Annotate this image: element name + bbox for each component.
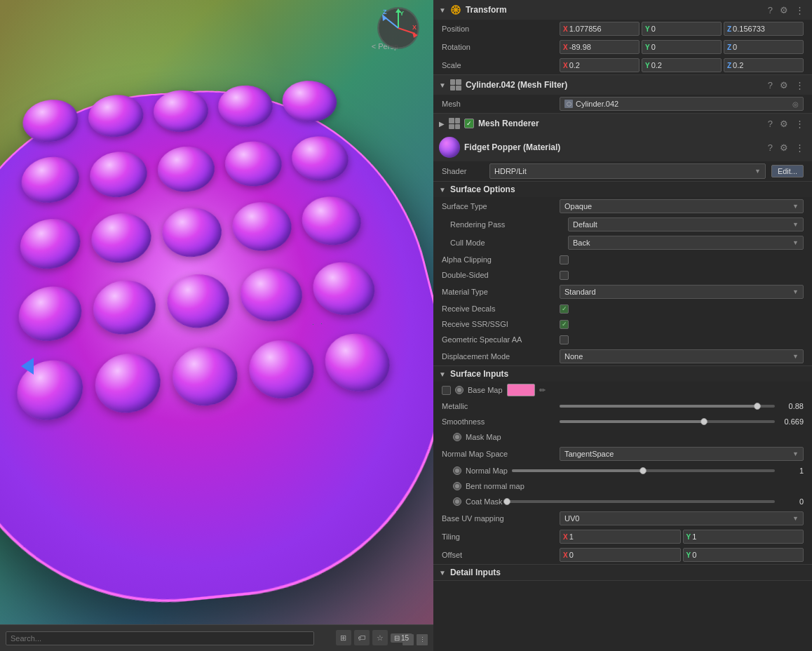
- double-sided-checkbox[interactable]: [560, 271, 569, 280]
- star-icon[interactable]: ☆: [372, 630, 388, 645]
- coat-mask-slider-value: 0: [779, 497, 804, 506]
- normal-map-slider-track[interactable]: [512, 469, 775, 472]
- tiling-x-label: X: [563, 533, 568, 541]
- layers-badge[interactable]: ⊟ 15: [391, 633, 412, 643]
- transform-expand-arrow[interactable]: ▼: [439, 6, 446, 14]
- viewport[interactable]: < Persp Y X Z: [0, 0, 433, 651]
- mesh-filter-expand-arrow[interactable]: ▼: [439, 81, 446, 89]
- smoothness-value: 0.669: [560, 417, 804, 426]
- metallic-slider-thumb[interactable]: [754, 403, 761, 410]
- search-input[interactable]: [6, 631, 314, 645]
- coat-mask-slider-track[interactable]: [507, 500, 775, 503]
- receive-decals-checkbox[interactable]: [560, 304, 569, 314]
- surface-options-divider[interactable]: ▼ Surface Options: [433, 181, 812, 197]
- detail-inputs-arrow: ▼: [439, 569, 446, 577]
- displacement-mode-dropdown[interactable]: None ▼: [560, 349, 804, 363]
- shader-edit-button[interactable]: Edit...: [771, 165, 804, 177]
- material-settings-icon[interactable]: ⚙: [778, 142, 790, 154]
- surface-inputs-divider[interactable]: ▼ Surface Inputs: [433, 365, 812, 382]
- normal-map-space-selected: TangentSpace: [564, 450, 614, 458]
- receive-decals-row: Receive Decals: [433, 301, 812, 316]
- offset-y-field[interactable]: Y 0: [683, 548, 804, 562]
- svg-text:Y: Y: [400, 10, 404, 17]
- offset-value: X 0 Y 0: [560, 548, 804, 562]
- mesh-filter-title: Cylinder.042 (Mesh Filter): [466, 80, 762, 90]
- metallic-slider-fill: [560, 405, 757, 408]
- rotation-z-field[interactable]: Z 0: [724, 40, 804, 54]
- svg-text:X: X: [412, 24, 417, 31]
- base-map-color-swatch[interactable]: [507, 384, 535, 396]
- metallic-label: Metallic: [442, 402, 554, 410]
- mesh-filter-help-icon[interactable]: ?: [766, 79, 775, 91]
- position-x-label: X: [563, 25, 568, 33]
- alpha-clipping-checkbox[interactable]: [560, 255, 569, 264]
- scale-y-field[interactable]: Y 0.2: [642, 58, 722, 72]
- geometric-specular-row: Geometric Specular AA: [433, 332, 812, 347]
- rendering-pass-selected: Default: [573, 220, 597, 229]
- normal-map-slider-thumb[interactable]: [640, 467, 647, 474]
- mesh-renderer-settings-icon[interactable]: ⚙: [778, 118, 790, 130]
- base-uv-dropdown[interactable]: UV0 ▼: [560, 511, 804, 525]
- metallic-slider-track[interactable]: [560, 405, 775, 408]
- more-btn[interactable]: ⋮: [417, 634, 428, 645]
- base-map-checkbox[interactable]: [442, 386, 451, 395]
- material-type-arrow: ▼: [792, 288, 799, 295]
- normal-map-row: Normal Map 1: [433, 463, 812, 478]
- viewport-toolbar: ⊡ ⋮ ⊞ 🏷 ☆ ⊟ 15: [0, 624, 433, 651]
- mesh-select-button[interactable]: ◎: [792, 100, 799, 108]
- mesh-filter-header-icons: ? ⚙ ⋮: [766, 79, 806, 91]
- mesh-renderer-menu-icon[interactable]: ⋮: [793, 118, 806, 130]
- material-menu-icon[interactable]: ⋮: [793, 142, 806, 154]
- normal-map-space-dropdown[interactable]: TangentSpace ▼: [560, 447, 804, 461]
- mask-map-row: Mask Map: [433, 429, 812, 445]
- mesh-label: Mesh: [442, 100, 554, 108]
- scale-x-field[interactable]: X 0.2: [560, 58, 640, 72]
- tiling-y-field[interactable]: Y 1: [683, 530, 804, 544]
- rendering-pass-arrow: ▼: [792, 221, 799, 228]
- smoothness-slider-thumb[interactable]: [701, 418, 708, 425]
- cull-mode-dropdown[interactable]: Back ▼: [568, 236, 804, 250]
- transform-menu-icon[interactable]: ⋮: [793, 4, 806, 16]
- rotation-z-value: 0: [733, 43, 737, 51]
- layers-icon[interactable]: ⊞: [336, 630, 351, 645]
- mesh-value-field[interactable]: ⬡ Cylinder.042 ◎: [560, 97, 804, 111]
- metallic-row: Metallic 0.88: [433, 398, 812, 414]
- tag-icon[interactable]: 🏷: [354, 630, 370, 645]
- receive-ssr-checkbox[interactable]: [560, 320, 569, 329]
- mesh-filter-menu-icon[interactable]: ⋮: [793, 79, 806, 91]
- mesh-renderer-help-icon[interactable]: ?: [766, 118, 775, 130]
- transform-settings-icon[interactable]: ⚙: [778, 4, 790, 16]
- rendering-pass-dropdown[interactable]: Default ▼: [568, 217, 804, 231]
- material-help-icon[interactable]: ?: [766, 142, 775, 154]
- material-header: Fidget Popper (Material) ? ⚙ ⋮: [433, 133, 812, 161]
- mesh-renderer-enabled-checkbox[interactable]: ✓: [464, 119, 474, 128]
- mesh-filter-settings-icon[interactable]: ⚙: [778, 79, 790, 91]
- scene-arrow: [21, 358, 34, 375]
- material-type-dropdown[interactable]: Standard ▼: [560, 285, 804, 299]
- coat-mask-slider-thumb[interactable]: [503, 498, 510, 505]
- material-preview-ball[interactable]: [439, 137, 460, 158]
- position-x-field[interactable]: X 1.077856: [560, 22, 640, 36]
- metallic-value: 0.88: [560, 402, 804, 410]
- surface-type-dropdown[interactable]: Opaque ▼: [560, 199, 804, 213]
- smoothness-slider-track[interactable]: [560, 420, 775, 423]
- scale-z-field[interactable]: Z 0.2: [724, 58, 804, 72]
- offset-label: Offset: [442, 551, 554, 559]
- rotation-x-field[interactable]: X -89.98: [560, 40, 640, 54]
- base-map-eyedropper[interactable]: ✏: [539, 386, 546, 395]
- mesh-renderer-expand-arrow[interactable]: ▶: [439, 120, 445, 128]
- offset-xy: X 0 Y 0: [560, 548, 804, 562]
- rendering-pass-label: Rendering Pass: [442, 220, 562, 229]
- shader-dropdown[interactable]: HDRP/Lit ▼: [489, 163, 766, 179]
- receive-ssr-label: Receive SSR/SSGI: [442, 320, 554, 328]
- scene-gizmo[interactable]: Y X Z: [377, 7, 419, 49]
- detail-inputs-divider[interactable]: ▼ Detail Inputs: [433, 564, 812, 580]
- offset-x-field[interactable]: X 0: [560, 548, 681, 562]
- transform-help-icon[interactable]: ?: [766, 4, 775, 16]
- geometric-specular-checkbox[interactable]: [560, 335, 569, 344]
- rotation-y-field[interactable]: Y 0: [642, 40, 722, 54]
- position-z-field[interactable]: Z 0.156733: [724, 22, 804, 36]
- base-uv-selected: UV0: [564, 514, 579, 523]
- position-y-field[interactable]: Y 0: [642, 22, 722, 36]
- tiling-x-field[interactable]: X 1: [560, 530, 681, 544]
